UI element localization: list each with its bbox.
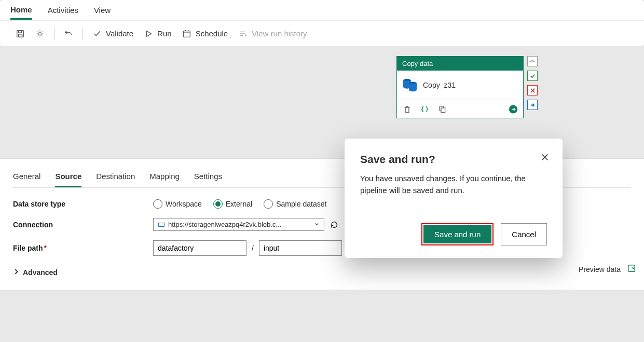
advanced-toggle[interactable]: Advanced [13,268,631,277]
gear-icon [35,29,45,38]
anchor-collapse-icon[interactable] [527,56,538,66]
radio-label: Workspace [166,200,202,208]
radio-icon [213,199,223,209]
tab-activities[interactable]: Activities [48,2,78,19]
calendar-icon [182,29,191,38]
validate-label: Validate [106,29,133,38]
preview-data-label: Preview data [579,265,621,273]
validate-button[interactable]: Validate [87,26,139,42]
play-icon [144,29,153,38]
activity-body: Copy_z31 [397,71,523,100]
schedule-label: Schedule [196,29,228,38]
radio-icon [264,199,273,209]
svg-rect-1 [18,34,22,36]
toolbar-separator [54,28,54,40]
preview-data[interactable]: Preview data [579,264,636,275]
anchor-fail-icon[interactable] [527,85,538,95]
trash-icon[interactable] [402,104,412,114]
history-label: View run history [252,29,307,38]
tab-general[interactable]: General [13,167,40,187]
history-button: View run history [233,26,312,42]
svg-rect-13 [159,223,164,226]
schedule-button[interactable]: Schedule [177,26,234,42]
tab-mapping[interactable]: Mapping [149,167,180,187]
save-button[interactable] [10,26,30,42]
top-nav-tabs: Home Activities View [0,0,644,21]
save-icon [16,29,25,38]
highlight-box: Save and run [421,223,494,245]
activity-anchors [527,56,538,110]
run-label: Run [157,29,172,38]
data-store-type-label: Data store type [13,200,153,208]
radio-label: Sample dataset [276,200,326,208]
activity-header: Copy data [397,57,523,71]
cancel-button[interactable]: Cancel [501,223,547,245]
svg-rect-10 [441,107,445,112]
anchor-completion-icon[interactable] [527,100,538,110]
copy-data-activity[interactable]: Copy data Copy_z31 [396,56,524,118]
save-and-run-button[interactable]: Save and run [423,225,491,243]
svg-point-9 [409,88,417,91]
data-store-type-radios: Workspace External Sample dataset [153,199,326,209]
refresh-icon[interactable] [330,220,339,229]
check-icon [92,29,102,38]
advanced-label: Advanced [23,268,58,277]
activity-name: Copy_z31 [423,81,456,89]
save-and-run-dialog: Save and run? You have unsaved changes. … [345,139,563,258]
chevron-down-icon [314,221,320,228]
dialog-body: You have unsaved changes. If you continu… [360,173,547,196]
toolbar-separator [83,28,83,40]
preview-data-icon [627,264,636,275]
dialog-title: Save and run? [360,153,547,166]
tab-home[interactable]: Home [10,1,32,20]
file-path-container-input[interactable] [153,240,246,256]
connection-icon [158,221,165,228]
undo-button[interactable] [59,26,78,42]
tab-view[interactable]: View [94,2,111,19]
svg-point-2 [38,32,41,35]
svg-point-5 [245,34,246,35]
svg-rect-4 [183,31,190,37]
svg-marker-3 [146,31,151,36]
radio-sample-dataset[interactable]: Sample dataset [264,199,326,209]
connection-label: Connection [13,221,153,229]
connection-value: https://storagenlweazpq4r2vk.blob.c... [168,221,311,228]
svg-rect-0 [17,30,24,37]
radio-label: External [226,200,252,208]
database-icon [402,78,418,92]
file-path-folder-input[interactable] [259,240,342,256]
radio-external[interactable]: External [213,199,252,209]
radio-icon [153,199,162,209]
file-path-label: File path* [13,244,153,252]
settings-button[interactable] [30,26,50,42]
path-separator: / [252,244,254,252]
tab-source[interactable]: Source [55,167,81,187]
tab-settings[interactable]: Settings [194,167,222,187]
braces-icon[interactable] [420,104,429,114]
connection-dropdown[interactable]: https://storagenlweazpq4r2vk.blob.c... [153,218,324,231]
toolbar: Validate Run Schedule View run history [0,21,644,47]
radio-workspace[interactable]: Workspace [153,199,202,209]
anchor-success-icon[interactable] [527,71,538,81]
tab-destination[interactable]: Destination [96,167,135,187]
arrow-right-circle-icon[interactable] [509,104,518,114]
history-icon [238,29,248,38]
run-button[interactable]: Run [139,26,177,42]
close-icon[interactable] [539,151,551,163]
chevron-right-icon [13,268,20,277]
copy-icon[interactable] [437,104,447,114]
undo-icon [64,29,73,38]
